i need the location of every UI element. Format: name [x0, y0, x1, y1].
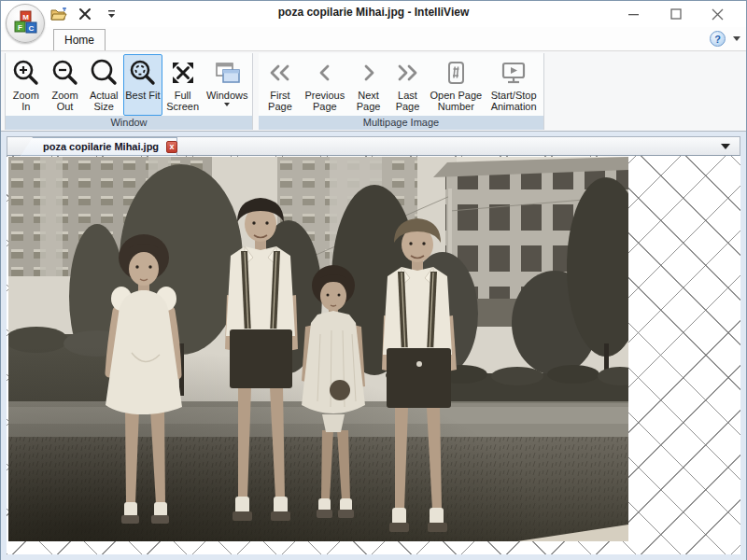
- svg-text:F: F: [18, 23, 22, 32]
- first-page-label: First Page: [261, 90, 300, 112]
- ribbon: Zoom In Zoom Out Actual Size: [1, 50, 746, 132]
- zoom-out-label: Zoom Out: [47, 90, 84, 112]
- first-page-icon: [265, 58, 295, 88]
- title-bar: M F C: [1, 1, 746, 27]
- help-icon: ?: [714, 34, 721, 45]
- customize-toolbar-icon: [107, 9, 116, 19]
- document-tab[interactable]: poza copilarie Mihai.jpg x: [21, 137, 177, 156]
- windows-dropdown-icon: [224, 103, 230, 106]
- group-label-window: Window: [6, 116, 252, 130]
- maximize-icon: [670, 8, 682, 20]
- open-page-number-label: Open Page Number: [428, 90, 484, 112]
- best-fit-icon: [128, 58, 158, 88]
- last-page-button[interactable]: Last Page: [388, 54, 428, 116]
- start-stop-animation-label: Start/Stop Animation: [486, 90, 542, 112]
- ribbon-options-dropdown-icon[interactable]: [733, 36, 740, 41]
- actual-size-label: Actual Size: [85, 90, 122, 112]
- zoom-out-icon: [50, 58, 80, 88]
- svg-text:C: C: [29, 24, 35, 33]
- mfc-cubes-icon: M F C: [7, 5, 44, 42]
- start-stop-animation-icon: [499, 58, 529, 88]
- windows-button[interactable]: Windows: [203, 54, 251, 116]
- customize-quick-access-button[interactable]: [102, 5, 120, 23]
- zoom-in-icon: [11, 58, 41, 88]
- tab-home-label: Home: [64, 34, 94, 47]
- previous-page-label: Previous Page: [302, 90, 348, 112]
- close-file-button[interactable]: [76, 5, 94, 23]
- last-page-icon: [392, 58, 422, 88]
- full-screen-button[interactable]: Full Screen: [162, 54, 204, 116]
- open-file-button[interactable]: [49, 5, 68, 23]
- photo-canvas: [8, 157, 628, 541]
- actual-size-button[interactable]: Actual Size: [84, 54, 123, 116]
- document-tab-bar: poza copilarie Mihai.jpg x: [7, 136, 740, 156]
- application-menu-button[interactable]: M F C: [6, 4, 45, 43]
- close-file-icon: [78, 7, 92, 21]
- zoom-in-label: Zoom In: [7, 90, 45, 112]
- svg-text:M: M: [22, 13, 29, 21]
- ribbon-tab-row: Home ?: [1, 27, 746, 50]
- document-tab-label: poza copilarie Mihai.jpg: [43, 141, 159, 152]
- window-title: poza copilarie Mihai.jpg - IntelliView: [278, 6, 469, 19]
- close-icon: [712, 8, 724, 21]
- help-button[interactable]: ?: [710, 31, 726, 47]
- maximize-button[interactable]: [655, 1, 697, 27]
- open-page-number-button[interactable]: Open Page Number: [427, 54, 485, 116]
- actual-size-icon: [89, 58, 119, 88]
- document-tab-close-button[interactable]: x: [166, 141, 177, 153]
- tab-home[interactable]: Home: [53, 29, 106, 50]
- minimize-icon: [628, 8, 640, 20]
- image-canvas: [7, 156, 740, 554]
- windows-label: Windows: [206, 90, 248, 101]
- close-button[interactable]: [697, 1, 739, 27]
- window-controls: [613, 1, 739, 27]
- ribbon-group-multipage-image: First Page Previous Page Next Page: [259, 53, 544, 130]
- best-fit-label: Best Fit: [125, 90, 160, 101]
- next-page-button[interactable]: Next Page: [349, 54, 388, 116]
- last-page-label: Last Page: [389, 90, 427, 112]
- next-page-label: Next Page: [350, 90, 388, 112]
- next-page-icon: [354, 58, 384, 88]
- zoom-in-button[interactable]: Zoom In: [7, 54, 46, 116]
- group-label-multipage-image: Multipage Image: [259, 116, 543, 130]
- best-fit-button[interactable]: Best Fit: [123, 54, 162, 116]
- windows-icon: [212, 58, 242, 88]
- intelliview-window: M F C: [0, 0, 747, 560]
- zoom-out-button[interactable]: Zoom Out: [46, 54, 85, 116]
- content-frame: poza copilarie Mihai.jpg x: [1, 132, 746, 560]
- tab-list-dropdown-icon[interactable]: [721, 144, 730, 149]
- previous-page-button[interactable]: Previous Page: [301, 54, 349, 116]
- previous-page-icon: [310, 58, 340, 88]
- ribbon-group-window: Zoom In Zoom Out Actual Size: [5, 53, 253, 130]
- quick-access-toolbar: [49, 5, 120, 23]
- start-stop-animation-button[interactable]: Start/Stop Animation: [485, 54, 543, 116]
- open-page-number-icon: [441, 58, 471, 88]
- full-screen-label: Full Screen: [163, 90, 203, 112]
- minimize-button[interactable]: [613, 1, 655, 27]
- open-file-icon: [50, 7, 67, 21]
- full-screen-icon: [168, 58, 198, 88]
- first-page-button[interactable]: First Page: [260, 54, 301, 116]
